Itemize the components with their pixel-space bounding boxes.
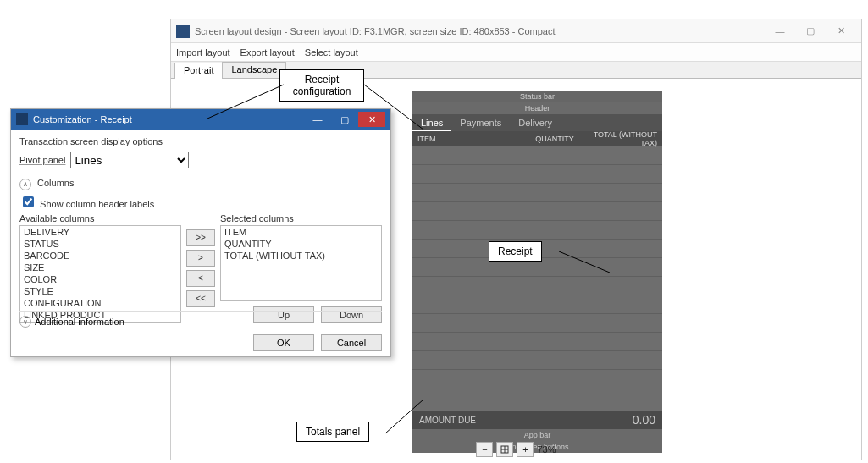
callout-receipt: Receipt	[489, 241, 542, 262]
col-qty: QUANTITY	[520, 135, 579, 143]
table-row	[412, 351, 662, 370]
tabstrip: Portrait Landscape	[171, 62, 861, 79]
app-icon	[176, 25, 190, 38]
list-item[interactable]: BARCODE	[20, 250, 180, 262]
device-statusbar: Status bar	[412, 91, 662, 102]
dialog-maximize-button[interactable]: ▢	[331, 112, 358, 127]
pivot-label: Pivot panel	[19, 155, 65, 165]
tab-portrait[interactable]: Portrait	[174, 63, 223, 79]
main-title: Screen layout design - Screen layout ID:…	[195, 26, 556, 36]
device-lines	[412, 146, 662, 411]
zoom-level: 73%	[537, 444, 556, 455]
remove-all-button[interactable]: <<	[186, 290, 215, 307]
table-row	[412, 146, 662, 165]
list-item[interactable]: DELIVERY	[20, 226, 180, 238]
selected-list[interactable]: ITEMQUANTITYTOTAL (WITHOUT TAX)	[220, 225, 382, 301]
list-item[interactable]: SIZE	[20, 262, 180, 273]
tab-landscape[interactable]: Landscape	[222, 62, 286, 78]
zoom-out-button[interactable]: −	[476, 442, 493, 457]
list-item[interactable]: QUANTITY	[221, 238, 381, 250]
addinfo-label: Additional information	[35, 317, 124, 327]
col-total: TOTAL (WITHOUT TAX)	[579, 130, 662, 147]
dialog-titlebar: Customization - Receipt — ▢ ✕	[11, 109, 390, 130]
move-buttons: >> > < <<	[186, 213, 215, 323]
divider	[19, 174, 382, 174]
device-tab-lines[interactable]: Lines	[412, 114, 451, 131]
device-tab-payments[interactable]: Payments	[451, 114, 510, 131]
list-item[interactable]: STATUS	[20, 238, 180, 250]
ok-button[interactable]: OK	[253, 334, 314, 351]
columns-expander-icon[interactable]: ∧	[19, 179, 31, 190]
amount-value: 0.00	[633, 413, 655, 427]
callout-totals: Totals panel	[296, 422, 369, 442]
dialog-minimize-button[interactable]: —	[304, 112, 331, 127]
device-tab-delivery[interactable]: Delivery	[510, 114, 561, 131]
show-header-label: Show column header labels	[40, 199, 154, 209]
col-item: ITEM	[412, 135, 520, 143]
customization-dialog: Customization - Receipt — ▢ ✕ Transactio…	[10, 108, 391, 357]
menubar: Import layout Export layout Select layou…	[171, 43, 861, 62]
dialog-icon	[16, 113, 28, 125]
list-item[interactable]: STYLE	[20, 285, 180, 297]
main-titlebar: Screen layout design - Screen layout ID:…	[171, 19, 861, 43]
device-header: Header	[412, 102, 662, 114]
remove-button[interactable]: <	[186, 270, 215, 287]
device-preview[interactable]: Status bar Header Lines Payments Deliver…	[412, 91, 662, 453]
menu-export[interactable]: Export layout	[240, 47, 295, 58]
zoom-bar: − + 73%	[171, 442, 861, 457]
table-row	[412, 295, 662, 314]
callout-receipt-config: Receipt configuration	[279, 69, 364, 102]
list-item[interactable]: ITEM	[221, 226, 381, 238]
dialog-close-button[interactable]: ✕	[358, 112, 385, 127]
addinfo-expander-icon[interactable]: ∨	[19, 316, 31, 328]
cancel-button[interactable]: Cancel	[321, 334, 382, 351]
list-item[interactable]: COLOR	[20, 273, 180, 285]
dialog-subtitle: Transaction screen display options	[19, 136, 382, 146]
add-all-button[interactable]: >>	[186, 229, 215, 246]
table-row	[412, 184, 662, 202]
columns-header: Columns	[37, 178, 74, 188]
available-list[interactable]: DELIVERYSTATUSBARCODESIZECOLORSTYLECONFI…	[19, 225, 181, 323]
amount-label: AMOUNT DUE	[419, 416, 476, 425]
list-item[interactable]: TOTAL (WITHOUT TAX)	[221, 250, 381, 262]
menu-import[interactable]: Import layout	[176, 47, 230, 58]
additional-info-section: ∨ Additional information	[19, 311, 382, 328]
device-amount-row: AMOUNT DUE 0.00	[412, 411, 662, 429]
dialog-title: Customization - Receipt	[33, 114, 132, 124]
close-button[interactable]: ✕	[826, 23, 856, 40]
zoom-in-button[interactable]: +	[517, 442, 534, 457]
selected-label: Selected columns	[220, 213, 382, 223]
list-item[interactable]: CONFIGURATION	[20, 297, 180, 309]
table-row	[412, 333, 662, 351]
maximize-button[interactable]: ▢	[795, 23, 826, 40]
available-label: Available columns	[19, 213, 181, 223]
menu-select[interactable]: Select layout	[305, 47, 358, 58]
add-button[interactable]: >	[186, 250, 215, 267]
table-row	[412, 165, 662, 184]
pivot-select[interactable]: Lines	[70, 152, 189, 168]
table-row	[412, 277, 662, 295]
device-appbar: App bar	[412, 429, 662, 441]
table-row	[412, 202, 662, 221]
zoom-fit-button[interactable]	[496, 442, 513, 457]
show-header-checkbox[interactable]	[23, 196, 34, 207]
table-row	[412, 314, 662, 333]
device-tabs: Lines Payments Delivery	[412, 114, 662, 131]
minimize-button[interactable]: —	[765, 23, 795, 40]
table-row	[412, 221, 662, 240]
device-column-headers: ITEM QUANTITY TOTAL (WITHOUT TAX)	[412, 131, 662, 146]
